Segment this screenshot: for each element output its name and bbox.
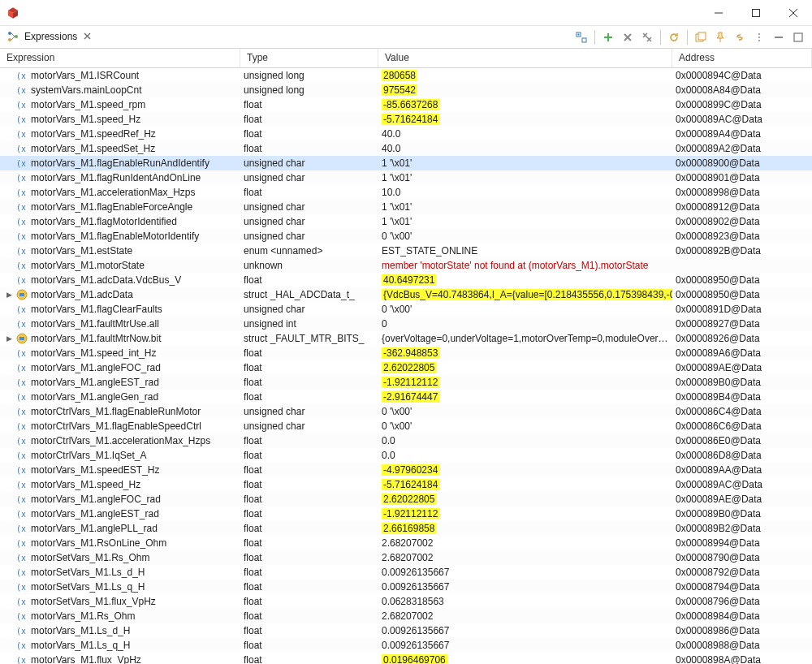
value-cell[interactable]: 1 '\x01' (378, 201, 672, 213)
table-row[interactable]: (x)=motorVars_M1.speedEST_Hzfloat-4.9796… (0, 463, 812, 477)
value-cell[interactable]: 1 '\x01' (378, 157, 672, 169)
view-menu-button[interactable] (750, 28, 768, 46)
table-row[interactable]: (x)=motorVars_M1.anglePLL_radfloat2.6616… (0, 521, 812, 536)
value-cell[interactable]: {VdcBus_V=40.7483864,I_A={value=[0.21843… (378, 289, 672, 300)
add-expression-button[interactable] (599, 28, 617, 46)
table-row[interactable]: (x)=motorVars_M1.ISRCountunsigned long28… (0, 68, 812, 83)
value-cell[interactable]: 1 '\x01' (378, 172, 672, 183)
value-cell[interactable]: EST_STATE_ONLINE (378, 245, 672, 257)
table-row[interactable]: (x)=motorVars_M1.estStateenum <unnamed>E… (0, 244, 812, 258)
col-value[interactable]: Value (378, 49, 672, 67)
table-row[interactable]: (x)=motorVars_M1.speed_Hzfloat-5.7162418… (0, 477, 812, 492)
value-cell[interactable]: 0 '\x00' (378, 304, 672, 315)
table-row[interactable]: (x)=motorVars_M1.flux_VpHzfloat0.0196469… (0, 653, 812, 664)
col-type[interactable]: Type (240, 49, 378, 67)
value-cell[interactable]: 975542 (378, 84, 672, 96)
window-maximize-button[interactable] (737, 0, 775, 25)
table-row[interactable]: (x)=systemVars.mainLoopCntunsigned long9… (0, 83, 812, 97)
link-button[interactable] (731, 28, 749, 46)
table-row[interactable]: (x)=motorVars_M1.flagRunIdentAndOnLineun… (0, 170, 812, 185)
value-cell[interactable]: 40.6497231 (378, 274, 672, 286)
table-row[interactable]: (x)=motorVars_M1.Ls_d_Hfloat0.0092613566… (0, 623, 812, 638)
value-cell[interactable]: 0 (378, 318, 672, 330)
value-cell[interactable]: -4.97960234 (378, 464, 672, 476)
value-cell[interactable]: 0.00926135667 (378, 640, 672, 651)
new-view-button[interactable] (692, 28, 710, 46)
value-cell[interactable]: 2.62022805 (378, 494, 672, 505)
value-cell[interactable]: -1.92112112 (378, 508, 672, 520)
table-row[interactable]: (x)=motorVars_M1.accelerationMax_Hzpsflo… (0, 185, 812, 200)
expand-twisty[interactable]: ▶ (5, 334, 13, 343)
table-row[interactable]: (x)=motorVars_M1.flagClearFaultsunsigned… (0, 302, 812, 317)
value-cell[interactable]: -1.92112112 (378, 377, 672, 388)
table-row[interactable]: (x)=motorVars_M1.flagMotorIdentifiedunsi… (0, 214, 812, 229)
value-cell[interactable]: 0.0 (378, 450, 672, 461)
table-row[interactable]: (x)=motorVars_M1.angleFOC_radfloat2.6202… (0, 492, 812, 507)
value-cell[interactable]: -85.6637268 (378, 99, 672, 110)
value-cell[interactable]: 0 '\x00' (378, 420, 672, 432)
table-row[interactable]: (x)=motorVars_M1.Ls_q_Hfloat0.0092613566… (0, 638, 812, 653)
value-cell[interactable]: {overVoltage=0,underVoltage=1,motorOverT… (378, 333, 672, 344)
value-cell[interactable]: 10.0 (378, 187, 672, 198)
value-cell[interactable]: 2.66169858 (378, 523, 672, 534)
value-cell[interactable]: 0 '\x00' (378, 406, 672, 417)
value-cell[interactable]: member 'motorState' not found at (motorV… (378, 260, 672, 271)
table-row[interactable]: (x)=motorVars_M1.Rs_Ohmfloat2.682070020x… (0, 609, 812, 623)
table-row[interactable]: (x)=motorVars_M1.angleEST_radfloat-1.921… (0, 507, 812, 521)
value-cell[interactable]: -362.948853 (378, 347, 672, 359)
value-cell[interactable]: 0.00926135667 (378, 625, 672, 636)
table-row[interactable]: (x)=motorVars_M1.angleEST_radfloat-1.921… (0, 375, 812, 390)
table-row[interactable]: (x)=motorVars_M1.motorStateunknownmember… (0, 258, 812, 273)
col-address[interactable]: Address (672, 49, 812, 67)
tab-close-icon[interactable] (82, 32, 92, 41)
value-cell[interactable]: 1 '\x01' (378, 216, 672, 227)
value-cell[interactable]: -2.91674447 (378, 391, 672, 403)
table-row[interactable]: (x)=motorCtrlVars_M1.flagEnableSpeedCtrl… (0, 419, 812, 433)
pin-button[interactable] (711, 28, 729, 46)
panel-maximize-button[interactable] (789, 28, 807, 46)
panel-minimize-button[interactable] (770, 28, 788, 46)
table-row[interactable]: (x)=motorVars_M1.speed_int_Hzfloat-362.9… (0, 346, 812, 360)
value-cell[interactable]: 0.0 (378, 435, 672, 446)
table-row[interactable]: ▶motorVars_M1.faultMtrNow.bitstruct _FAU… (0, 331, 812, 346)
value-cell[interactable]: -5.71624184 (378, 479, 672, 490)
table-row[interactable]: (x)=motorVars_M1.faultMtrUse.allunsigned… (0, 317, 812, 331)
table-row[interactable]: (x)=motorVars_M1.flagEnableRunAndIdentif… (0, 156, 812, 170)
value-cell[interactable]: 0.0628318563 (378, 596, 672, 607)
table-row[interactable]: (x)=motorVars_M1.flagEnableMotorIdentify… (0, 229, 812, 244)
table-row[interactable]: (x)=motorVars_M1.speedSet_Hzfloat40.00x0… (0, 141, 812, 156)
table-row[interactable]: (x)=motorVars_M1.RsOnLine_Ohmfloat2.6820… (0, 536, 812, 550)
value-cell[interactable]: 0.00926135667 (378, 567, 672, 578)
table-row[interactable]: (x)=motorSetVars_M1.flux_VpHzfloat0.0628… (0, 594, 812, 609)
refresh-button[interactable] (665, 28, 683, 46)
remove-all-button[interactable] (638, 28, 656, 46)
value-cell[interactable]: 2.68207002 (378, 537, 672, 549)
table-row[interactable]: (x)=motorCtrlVars_M1.IqSet_Afloat0.00x00… (0, 448, 812, 463)
remove-selected-button[interactable] (619, 28, 637, 46)
value-cell[interactable]: 40.0 (378, 128, 672, 140)
col-expression[interactable]: Expression (0, 49, 240, 67)
table-row[interactable]: (x)=motorVars_M1.speed_Hzfloat-5.7162418… (0, 112, 812, 127)
table-row[interactable]: (x)=motorVars_M1.angleGen_radfloat-2.916… (0, 390, 812, 404)
table-row[interactable]: ▶motorVars_M1.adcDatastruct _HAL_ADCData… (0, 287, 812, 302)
table-row[interactable]: (x)=motorVars_M1.speedRef_Hzfloat40.00x0… (0, 127, 812, 141)
value-cell[interactable]: 40.0 (378, 143, 672, 154)
window-close-button[interactable] (775, 0, 812, 25)
table-row[interactable]: (x)=motorSetVars_M1.Ls_d_Hfloat0.0092613… (0, 565, 812, 580)
value-cell[interactable]: -5.71624184 (378, 114, 672, 125)
value-cell[interactable]: 2.68207002 (378, 610, 672, 622)
table-row[interactable]: (x)=motorVars_M1.adcData.VdcBus_Vfloat40… (0, 273, 812, 287)
table-row[interactable]: (x)=motorCtrlVars_M1.accelerationMax_Hzp… (0, 433, 812, 448)
expand-twisty[interactable]: ▶ (5, 291, 13, 299)
table-row[interactable]: (x)=motorSetVars_M1.Rs_Ohmfloat2.6820700… (0, 550, 812, 565)
table-row[interactable]: (x)=motorVars_M1.flagEnableForceAngleuns… (0, 200, 812, 214)
value-cell[interactable]: 0.0196469706 (378, 654, 672, 664)
table-row[interactable]: (x)=motorCtrlVars_M1.flagEnableRunMotoru… (0, 404, 812, 419)
window-minimize-button[interactable] (700, 0, 737, 25)
table-row[interactable]: (x)=motorSetVars_M1.Ls_q_Hfloat0.0092613… (0, 580, 812, 594)
value-cell[interactable]: 2.68207002 (378, 552, 672, 563)
tab-expressions[interactable]: Expressions (0, 26, 98, 48)
table-row[interactable]: (x)=motorVars_M1.angleFOC_radfloat2.6202… (0, 360, 812, 375)
value-cell[interactable]: 2.62022805 (378, 362, 672, 373)
table-row[interactable]: (x)=motorVars_M1.speed_rpmfloat-85.66372… (0, 97, 812, 112)
